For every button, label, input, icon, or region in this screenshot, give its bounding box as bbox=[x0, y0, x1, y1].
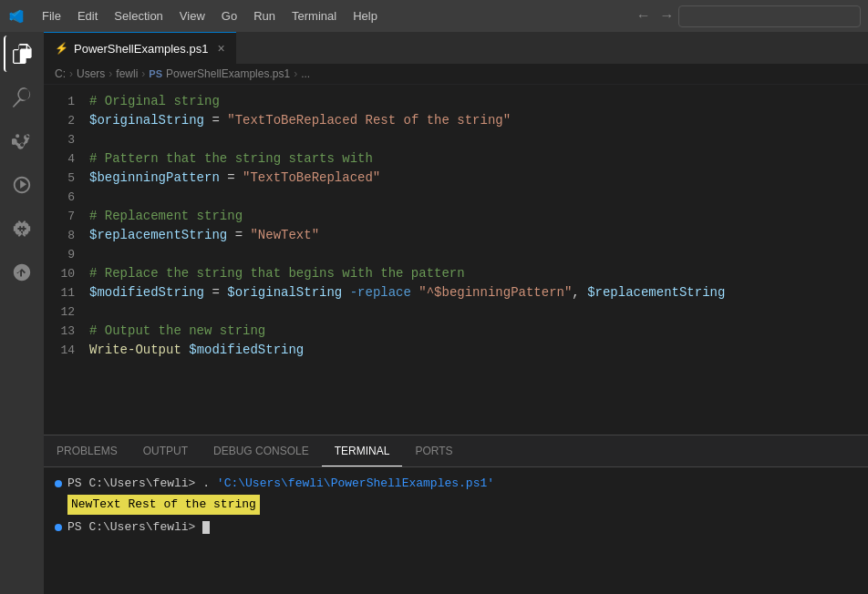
main-container: ⚡ PowerShellExamples.ps1 × C: › Users › … bbox=[0, 32, 868, 594]
back-arrow[interactable]: ← bbox=[634, 6, 654, 26]
menu-go[interactable]: Go bbox=[214, 5, 244, 26]
breadcrumb-users: Users bbox=[77, 67, 105, 80]
menu-help[interactable]: Help bbox=[346, 5, 385, 26]
tab-output[interactable]: OUTPUT bbox=[130, 435, 201, 466]
tab-problems[interactable]: PROBLEMS bbox=[44, 435, 130, 466]
code-line-12: 12 bbox=[44, 302, 868, 322]
tab-filename: PowerShellExamples.ps1 bbox=[74, 42, 208, 56]
tab-close-icon[interactable]: × bbox=[217, 41, 224, 56]
nav-arrows: ← → bbox=[634, 6, 677, 26]
terminal-output-highlight: NewText Rest of the string bbox=[67, 495, 260, 515]
terminal-panel: PROBLEMS OUTPUT DEBUG CONSOLE TERMINAL P… bbox=[44, 435, 868, 594]
terminal-line-1: PS C:\Users\fewli> . 'C:\Users\fewli\Pow… bbox=[55, 475, 857, 493]
breadcrumb-ellipsis: ... bbox=[301, 67, 310, 80]
code-editor[interactable]: 1 # Original string 2 $originalString = … bbox=[44, 85, 868, 435]
terminal-content: PS C:\Users\fewli> . 'C:\Users\fewli\Pow… bbox=[44, 467, 868, 594]
breadcrumb-ps-icon: PS bbox=[149, 68, 162, 79]
terminal-dot-2 bbox=[55, 524, 62, 531]
code-line-7: 7 # Replacement string bbox=[44, 207, 868, 226]
run-debug-icon[interactable] bbox=[4, 167, 40, 203]
terminal-tab-bar: PROBLEMS OUTPUT DEBUG CONSOLE TERMINAL P… bbox=[44, 435, 868, 467]
explorer-icon[interactable] bbox=[4, 36, 40, 72]
code-line-6: 6 bbox=[44, 188, 868, 207]
extensions-icon[interactable] bbox=[4, 210, 40, 247]
code-line-3: 3 bbox=[44, 130, 868, 149]
menu-run[interactable]: Run bbox=[246, 5, 283, 26]
search-nav-icon[interactable] bbox=[4, 79, 40, 116]
code-line-11: 11 $modifiedString = $originalString -re… bbox=[44, 283, 868, 302]
tab-terminal[interactable]: TERMINAL bbox=[322, 435, 403, 466]
menu-edit[interactable]: Edit bbox=[70, 5, 105, 26]
code-line-9: 9 bbox=[44, 245, 868, 264]
tab-debug-console[interactable]: DEBUG CONSOLE bbox=[201, 435, 322, 466]
vscode-logo bbox=[7, 7, 26, 26]
menu-terminal[interactable]: Terminal bbox=[284, 5, 344, 26]
code-line-8: 8 $replacementString = "NewText" bbox=[44, 226, 868, 245]
code-line-13: 13 # Output the new string bbox=[44, 322, 868, 341]
menu-view[interactable]: View bbox=[172, 5, 212, 26]
menu-selection[interactable]: Selection bbox=[107, 5, 170, 26]
activity-bar bbox=[0, 32, 44, 594]
breadcrumb-c: C: bbox=[55, 67, 66, 80]
code-line-1: 1 # Original string bbox=[44, 92, 868, 111]
code-line-4: 4 # Pattern that the string starts with bbox=[44, 149, 868, 169]
code-line-2: 2 $originalString = "TextToBeReplaced Re… bbox=[44, 111, 868, 130]
search-input[interactable] bbox=[678, 5, 861, 27]
powershell-tab-icon: ⚡ bbox=[55, 42, 68, 55]
tab-ports[interactable]: PORTS bbox=[402, 435, 465, 466]
terminal-cursor bbox=[202, 521, 210, 534]
breadcrumb: C: › Users › fewli › PS PowerShellExampl… bbox=[44, 64, 868, 85]
editor-area: ⚡ PowerShellExamples.ps1 × C: › Users › … bbox=[44, 32, 868, 594]
terminal-dot-1 bbox=[55, 480, 62, 487]
code-line-10: 10 # Replace the string that begins with… bbox=[44, 264, 868, 283]
forward-arrow[interactable]: → bbox=[656, 6, 677, 26]
terminal-line-2: NewText Rest of the string bbox=[55, 495, 857, 515]
breadcrumb-fewli: fewli bbox=[116, 67, 138, 80]
remote-explorer-icon[interactable] bbox=[4, 254, 40, 291]
tab-spacer bbox=[236, 32, 868, 64]
terminal-line-3: PS C:\Users\fewli> bbox=[55, 518, 857, 537]
source-control-icon[interactable] bbox=[4, 123, 40, 159]
breadcrumb-filename: PowerShellExamples.ps1 bbox=[166, 67, 290, 80]
code-line-14: 14 Write-Output $modifiedString bbox=[44, 341, 868, 360]
menu-file[interactable]: File bbox=[35, 5, 68, 26]
editor-tab-powershell[interactable]: ⚡ PowerShellExamples.ps1 × bbox=[44, 32, 236, 64]
tab-bar: ⚡ PowerShellExamples.ps1 × bbox=[44, 32, 868, 64]
menu-bar: File Edit Selection View Go Run Terminal… bbox=[0, 0, 868, 32]
code-line-5: 5 $beginningPattern = "TextToBeReplaced" bbox=[44, 169, 868, 188]
